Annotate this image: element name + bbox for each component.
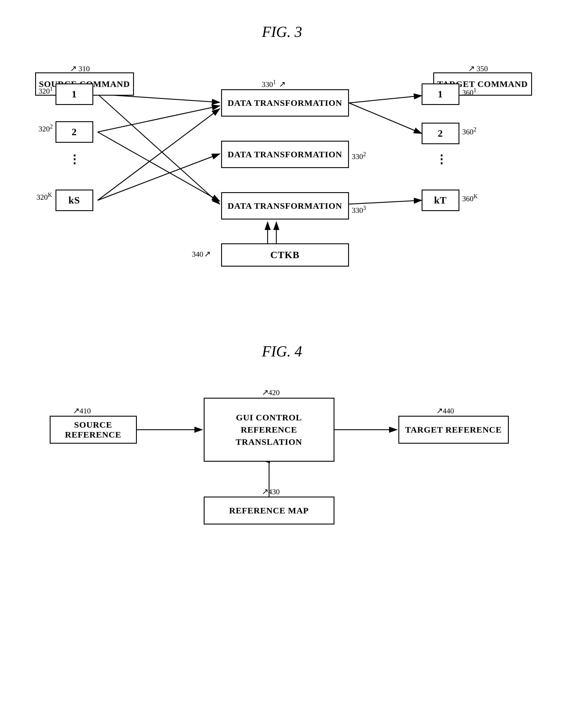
ref-320-1: 3201 <box>39 85 53 96</box>
page: FIG. 3 <box>0 0 564 728</box>
reference-map-label: REFERENCE MAP <box>229 506 309 515</box>
source-node-ks: kS <box>56 190 93 211</box>
ref-410: ↗410 <box>73 406 91 415</box>
ref-440: ↗440 <box>436 406 454 415</box>
ref-330-3: 3303 <box>352 205 366 215</box>
source-reference-box: SOURCE REFERENCE <box>50 416 137 444</box>
source-reference-label: SOURCE REFERENCE <box>51 420 136 440</box>
ref-320-k: 320K <box>37 192 52 202</box>
svg-line-9 <box>349 103 422 133</box>
svg-line-10 <box>349 200 422 204</box>
ref-430: ↗430 <box>262 487 280 496</box>
ref-360-2: 3602 <box>462 126 476 136</box>
dt1-box: DATA TRANSFORMATION <box>221 89 349 117</box>
dt2-label: DATA TRANSFORMATION <box>228 149 342 159</box>
fig3-diagram: SOURCE COMMAND ↗ 310 TARGET COMMAND ↗ 35… <box>24 46 541 308</box>
target-reference-box: TARGET REFERENCE <box>398 416 509 444</box>
reference-map-box: REFERENCE MAP <box>204 497 334 524</box>
fig4-diagram: SOURCE REFERENCE ↗410 GUI CONTROL REFERE… <box>24 369 541 587</box>
ref-310-curve: ↗ <box>70 64 77 73</box>
ctkb-box: CTKB <box>221 243 349 267</box>
target-node-kt: kT <box>422 190 459 211</box>
ref-350: ↗ 350 <box>468 64 488 73</box>
target-reference-label: TARGET REFERENCE <box>405 425 501 435</box>
ref-330-2: 3302 <box>352 151 366 161</box>
target-node-2-label: 2 <box>438 128 443 139</box>
ref-310: ↗ 310 <box>70 64 90 73</box>
gui-control-box: GUI CONTROL REFERENCE TRANSLATION <box>204 398 334 462</box>
ref-420: ↗420 <box>262 388 280 397</box>
source-node-2: 2 <box>56 121 93 143</box>
fig3-title: FIG. 3 <box>23 23 541 40</box>
fig4-title: FIG. 4 <box>23 343 541 360</box>
gui-control-label: GUI CONTROL REFERENCE TRANSLATION <box>236 411 302 448</box>
ref-360-k: 360K <box>462 193 478 203</box>
source-node-1: 1 <box>56 83 93 105</box>
ref-360-1: 3601 <box>462 87 476 97</box>
dt3-box: DATA TRANSFORMATION <box>221 192 349 220</box>
ref-330-1: 3301 ↗ <box>262 79 286 89</box>
ref-340: 340↗ <box>192 249 211 259</box>
ref-320-2: 3202 <box>39 123 53 133</box>
svg-line-8 <box>349 96 422 103</box>
source-node-ks-label: kS <box>69 195 80 206</box>
target-node-2: 2 <box>422 123 459 144</box>
ctkb-label: CTKB <box>270 249 299 260</box>
svg-line-3 <box>98 94 220 204</box>
svg-line-4 <box>98 106 220 132</box>
dt3-label: DATA TRANSFORMATION <box>228 201 342 211</box>
svg-line-7 <box>98 154 220 200</box>
source-dots: ⋮ <box>69 152 80 166</box>
dt1-label: DATA TRANSFORMATION <box>228 98 342 108</box>
target-dots: ⋮ <box>435 152 447 166</box>
source-node-1-label: 1 <box>72 89 77 100</box>
source-node-2-label: 2 <box>72 126 77 138</box>
target-node-1: 1 <box>422 83 459 105</box>
svg-line-5 <box>98 132 220 201</box>
svg-line-6 <box>98 109 220 200</box>
dt2-box: DATA TRANSFORMATION <box>221 141 349 168</box>
target-node-kt-label: kT <box>434 195 447 206</box>
target-node-1-label: 1 <box>438 89 443 100</box>
